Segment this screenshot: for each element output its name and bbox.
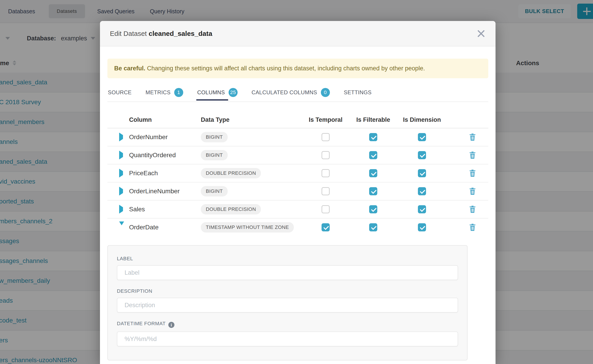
tab-label: COLUMNS xyxy=(197,89,225,96)
is-dimension-checkbox[interactable] xyxy=(418,187,426,195)
columns-table-header: Column Data Type Is Temporal Is Filterab… xyxy=(107,112,488,128)
expand-caret-icon[interactable] xyxy=(119,169,123,177)
warning-bold-text: Be careful. xyxy=(114,65,145,72)
modal-tabs: SOURCE METRICS 1 COLUMNS 25 CALCULATED C… xyxy=(107,88,488,102)
datetime-format-input[interactable] xyxy=(117,332,458,346)
modal-title-dataset-name: cleaned_sales_data xyxy=(149,30,212,37)
modal-title: Edit Dataset cleaned_sales_data xyxy=(110,30,212,38)
is-filterable-checkbox[interactable] xyxy=(369,169,377,177)
column-row: PriceEachDOUBLE PRECISION xyxy=(107,164,488,182)
description-field-label: DESCRIPTION xyxy=(117,288,458,294)
modal-body: Be careful. Changing these settings will… xyxy=(100,46,495,360)
tab-columns[interactable]: COLUMNS 25 xyxy=(197,88,238,102)
info-icon[interactable]: i xyxy=(168,322,174,328)
delete-icon[interactable] xyxy=(468,151,481,159)
header-is-temporal: Is Temporal xyxy=(302,116,350,123)
is-temporal-checkbox[interactable] xyxy=(322,187,330,195)
tab-source[interactable]: SOURCE xyxy=(107,88,132,102)
is-dimension-checkbox[interactable] xyxy=(418,151,426,159)
delete-icon[interactable] xyxy=(468,169,481,177)
column-name: Sales xyxy=(129,206,201,213)
data-type-pill: BIGINT xyxy=(201,186,228,196)
close-icon[interactable] xyxy=(477,29,486,38)
is-dimension-checkbox[interactable] xyxy=(418,169,426,177)
column-row: SalesDOUBLE PRECISION xyxy=(107,201,488,219)
modal-header: Edit Dataset cleaned_sales_data xyxy=(100,21,495,46)
tab-label: SOURCE xyxy=(108,89,132,96)
data-type-pill: BIGINT xyxy=(201,132,228,142)
label-field: LABEL xyxy=(117,256,458,280)
is-filterable-checkbox[interactable] xyxy=(369,223,377,231)
column-row: OrderLineNumberBIGINT xyxy=(107,182,488,201)
is-filterable-checkbox[interactable] xyxy=(369,151,377,159)
column-name: OrderLineNumber xyxy=(129,188,201,195)
tab-settings[interactable]: SETTINGS xyxy=(343,88,372,102)
datetime-format-field: DATETIME FORMATi xyxy=(117,321,458,346)
is-temporal-checkbox[interactable] xyxy=(322,151,330,159)
column-name: OrderDate xyxy=(129,224,201,231)
tab-label: CALCULATED COLUMNS xyxy=(252,89,317,96)
count-badge: 1 xyxy=(174,88,183,97)
delete-icon[interactable] xyxy=(468,187,481,195)
expand-caret-icon[interactable] xyxy=(119,221,124,229)
header-is-dimension: Is Dimension xyxy=(397,116,447,123)
header-column: Column xyxy=(129,116,201,123)
data-type-pill: DOUBLE PRECISION xyxy=(201,168,261,178)
data-type-pill: TIMESTAMP WITHOUT TIME ZONE xyxy=(201,222,294,233)
count-badge: 25 xyxy=(229,88,237,97)
column-settings-panel: LABEL DESCRIPTION DATETIME FORMATi xyxy=(107,245,468,360)
is-temporal-checkbox[interactable] xyxy=(322,223,330,231)
column-name: QuantityOrdered xyxy=(129,152,201,159)
delete-icon[interactable] xyxy=(468,133,481,141)
is-filterable-checkbox[interactable] xyxy=(369,205,377,213)
is-dimension-checkbox[interactable] xyxy=(418,205,426,213)
header-is-filterable: Is Filterable xyxy=(350,116,397,123)
modal-title-prefix: Edit Dataset xyxy=(110,30,147,37)
count-badge: 0 xyxy=(321,88,330,97)
description-input[interactable] xyxy=(117,298,458,312)
tab-metrics[interactable]: METRICS 1 xyxy=(145,88,184,102)
is-dimension-checkbox[interactable] xyxy=(418,133,426,141)
columns-table: Column Data Type Is Temporal Is Filterab… xyxy=(107,112,488,236)
is-dimension-checkbox[interactable] xyxy=(418,223,426,231)
column-row: OrderDateTIMESTAMP WITHOUT TIME ZONE xyxy=(107,219,488,236)
warning-text: Changing these settings will affect all … xyxy=(145,65,425,72)
column-name: OrderNumber xyxy=(129,134,201,141)
tab-label: SETTINGS xyxy=(344,89,372,96)
expand-caret-icon[interactable] xyxy=(119,205,123,214)
expand-caret-icon[interactable] xyxy=(119,187,123,195)
column-row: QuantityOrderedBIGINT xyxy=(107,146,488,164)
header-data-type: Data Type xyxy=(201,116,302,123)
expand-caret-icon[interactable] xyxy=(119,133,123,141)
column-row: OrderNumberBIGINT xyxy=(107,128,488,146)
is-temporal-checkbox[interactable] xyxy=(322,169,330,177)
label-field-label: LABEL xyxy=(117,256,458,262)
tab-calculated-columns[interactable]: CALCULATED COLUMNS 0 xyxy=(251,88,330,102)
label-input[interactable] xyxy=(117,265,458,280)
description-field: DESCRIPTION xyxy=(117,288,458,312)
screen: Databases Datasets Saved Queries Query H… xyxy=(0,0,593,364)
data-type-pill: DOUBLE PRECISION xyxy=(201,204,261,214)
is-temporal-checkbox[interactable] xyxy=(322,133,330,141)
datetime-field-label: DATETIME FORMATi xyxy=(117,321,458,328)
is-temporal-checkbox[interactable] xyxy=(322,205,330,213)
data-type-pill: BIGINT xyxy=(201,150,228,160)
column-name: PriceEach xyxy=(129,169,201,177)
tab-label: METRICS xyxy=(145,89,171,96)
is-filterable-checkbox[interactable] xyxy=(369,187,377,195)
is-filterable-checkbox[interactable] xyxy=(369,133,377,141)
warning-banner: Be careful. Changing these settings will… xyxy=(107,59,488,78)
delete-icon[interactable] xyxy=(468,205,481,214)
edit-dataset-modal: Edit Dataset cleaned_sales_data Be caref… xyxy=(100,21,495,364)
expand-caret-icon[interactable] xyxy=(119,151,123,159)
delete-icon[interactable] xyxy=(468,223,481,232)
